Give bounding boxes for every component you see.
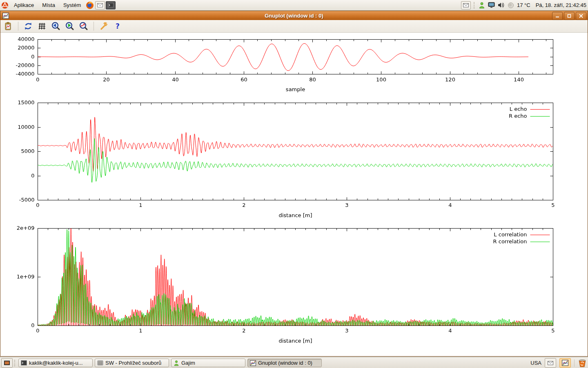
maximize-button[interactable] [564, 12, 575, 20]
file-manager-icon [97, 360, 103, 366]
desktop: Aplikace Místa Systém [0, 0, 588, 368]
settings-button[interactable] [98, 21, 109, 31]
menu-places[interactable]: Místa [38, 0, 59, 10]
trash-icon[interactable] [578, 359, 587, 368]
wrench-icon [99, 22, 108, 31]
envelope-icon [548, 361, 553, 365]
ubuntu-logo-icon [1, 2, 9, 9]
volume-icon[interactable] [498, 2, 505, 8]
mail-notifier-envelope-icon [463, 3, 469, 7]
autoscale-icon [79, 22, 88, 31]
gajim-status-icon[interactable] [479, 2, 485, 9]
copy-to-clipboard-button[interactable] [3, 21, 13, 31]
refresh-icon [24, 22, 33, 31]
minimize-icon [555, 14, 559, 18]
menu-places-label: Místa [42, 2, 55, 8]
titlebar[interactable]: Gnuplot (window id : 0) [0, 11, 588, 20]
mail-launcher[interactable] [95, 1, 105, 9]
taskbar-window-label: SW - Prohlížeč souborů [105, 360, 161, 366]
temperature-indicator[interactable]: 17 °C [517, 2, 530, 8]
firefox-launcher[interactable] [85, 1, 94, 10]
grid-icon [38, 22, 47, 31]
menu-system[interactable]: Systém [59, 0, 85, 10]
taskbar-window-file-manager[interactable]: SW - Prohlížeč souborů [95, 359, 169, 367]
autoscale-button[interactable] [78, 21, 89, 31]
mail-notifier-button[interactable] [461, 1, 471, 9]
terminal-icon [108, 3, 114, 7]
gnuplot-window: Gnuplot (window id : 0) [0, 11, 588, 357]
taskbar: kaklik@kaklik-kolej-u... SW - Prohlížeč … [0, 357, 588, 368]
toolbar: ? [0, 20, 588, 33]
window-title: Gnuplot (window id : 0) [0, 13, 588, 19]
close-icon [579, 14, 583, 18]
toggle-grid-button[interactable] [37, 21, 47, 31]
envelope-icon [97, 3, 103, 7]
gnuplot-notification-button[interactable] [559, 358, 571, 368]
toolbar-separator [18, 22, 18, 31]
tasklist-drag-handle[interactable] [14, 360, 16, 366]
menu-system-label: Systém [63, 2, 81, 8]
taskbar-separator [574, 359, 575, 367]
zoom-previous-icon [51, 22, 60, 31]
help-button[interactable]: ? [112, 21, 123, 31]
taskbar-window-label: Gajim [181, 360, 195, 366]
toolbar-separator [94, 22, 94, 31]
taskbar-window-gnuplot[interactable]: Gnuplot (window id : 0) [247, 359, 322, 367]
terminal-launcher[interactable] [106, 1, 116, 9]
display-settings-icon[interactable] [488, 2, 495, 8]
show-desktop-icon [4, 361, 10, 366]
firefox-icon [86, 1, 94, 9]
menu-applications-label: Aplikace [14, 2, 34, 8]
clipboard-icon [4, 22, 13, 31]
zoom-previous-button[interactable] [51, 21, 61, 31]
help-icon: ? [116, 22, 120, 30]
plot-surface [1, 33, 588, 356]
mail-tray-button[interactable] [545, 358, 556, 368]
gnuplot-icon [562, 360, 568, 366]
terminal-icon [21, 360, 27, 366]
taskbar-window-gajim[interactable]: Gajim [171, 359, 245, 367]
show-desktop-button[interactable] [1, 358, 13, 368]
minimize-button[interactable] [552, 12, 563, 20]
replot-button[interactable] [23, 21, 33, 31]
weather-icon[interactable] [508, 2, 514, 9]
system-tray: 17 °C Pá, 18. září, 21:42:45 [461, 0, 586, 10]
clock[interactable]: Pá, 18. září, 21:42:45 [536, 2, 586, 8]
gajim-icon [174, 360, 179, 366]
gnuplot-plot-area[interactable] [1, 33, 588, 356]
maximize-icon [567, 14, 571, 18]
keyboard-layout-indicator[interactable]: USA [530, 360, 541, 366]
window-controls [552, 12, 586, 20]
top-panel: Aplikace Místa Systém [0, 0, 588, 11]
tray-drag-handle[interactable] [474, 2, 476, 9]
taskbar-right: USA [530, 357, 587, 368]
zoom-next-button[interactable] [65, 21, 75, 31]
taskbar-window-terminal[interactable]: kaklik@kaklik-kolej-u... [18, 359, 93, 367]
gnuplot-window-icon[interactable] [2, 13, 9, 19]
zoom-next-icon [65, 22, 74, 31]
menu-applications[interactable]: Aplikace [10, 0, 38, 10]
gnuplot-icon [250, 360, 256, 366]
ubuntu-menu-icon[interactable] [0, 1, 9, 10]
taskbar-window-label: Gnuplot (window id : 0) [258, 360, 312, 366]
close-button[interactable] [576, 12, 586, 20]
taskbar-window-label: kaklik@kaklik-kolej-u... [29, 360, 83, 366]
